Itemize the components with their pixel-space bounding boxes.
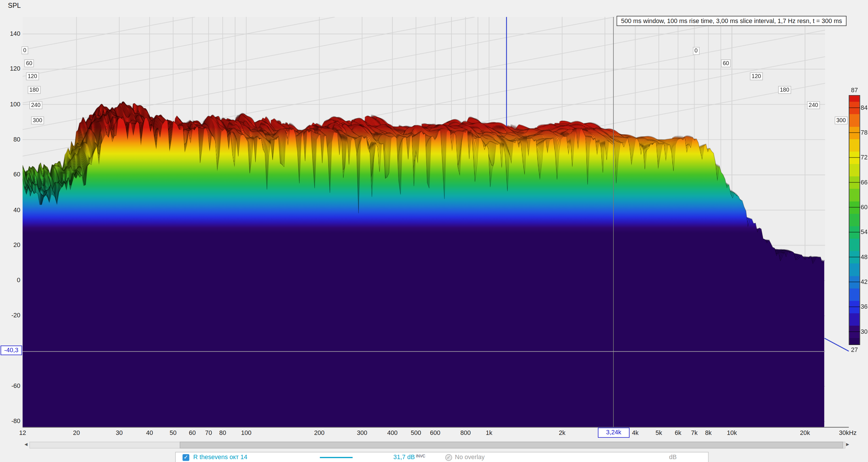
time-axis-label: 300 — [31, 116, 44, 124]
measurement-value: 31,7 dB — [368, 453, 415, 462]
x-axis-label: 600 — [430, 429, 440, 436]
no-overlay-label: No overlay — [455, 453, 485, 462]
colorbar-tick — [849, 307, 860, 307]
x-axis-label: 4k — [632, 429, 639, 436]
x-axis-label: 5k — [655, 429, 662, 436]
x-axis-label: 100 — [241, 429, 251, 436]
legend-bar: ✓ R thesevens окт 14 31,7 dB INVC ✓ No o… — [175, 452, 709, 462]
colorbar-tick — [849, 331, 860, 332]
y-axis-label: 60 — [0, 171, 21, 178]
scrollbar-thumb[interactable] — [180, 442, 843, 449]
crosshair-vertical-line — [613, 17, 614, 427]
x-axis-label: 400 — [388, 429, 398, 436]
no-overlay-checkbox[interactable]: ✓ — [445, 454, 452, 461]
colorbar-tick — [849, 157, 860, 158]
y-axis-label: 0 — [0, 277, 21, 284]
settings-banner: 500 ms window, 100 ms rise time, 3,00 ms… — [617, 16, 847, 26]
y-axis-label: 80 — [0, 136, 21, 143]
colorbar-tick-label: 36 — [861, 303, 868, 310]
y-axis-label: 40 — [0, 206, 21, 213]
measurement-label[interactable]: R thesevens окт 14 — [193, 453, 247, 462]
time-axis-label: 0 — [22, 47, 28, 54]
x-axis-label: 70 — [205, 429, 212, 436]
time-axis-label: 180 — [778, 86, 791, 94]
x-axis-label: 20 — [73, 429, 80, 436]
measurement-checkbox[interactable]: ✓ — [183, 454, 189, 461]
x-axis-label: 10k — [727, 429, 737, 436]
scrollbar-right-arrow[interactable]: ▶ — [844, 441, 851, 448]
x-axis-label: 6k — [675, 429, 681, 436]
x-axis-label: 7k — [691, 429, 698, 436]
time-axis-label: 60 — [721, 59, 731, 67]
x-axis-label: 30kHz — [839, 429, 857, 436]
x-axis-label: 12 — [19, 429, 26, 436]
colorbar-tick — [849, 108, 860, 108]
colorbar-min-label: 27 — [847, 346, 862, 353]
crosshair-horizontal-line — [23, 351, 825, 352]
waterfall-canvas[interactable] — [23, 17, 825, 427]
spl-axis-title: SPL — [8, 2, 21, 9]
trace-color-swatch — [320, 457, 353, 458]
colorbar-tick-label: 42 — [861, 278, 868, 285]
plot-area[interactable] — [23, 17, 825, 427]
colorbar-tick — [849, 182, 860, 183]
time-axis-label: 120 — [26, 73, 39, 80]
time-axis-label: 240 — [29, 101, 42, 109]
colorbar-tick-label: 72 — [861, 154, 868, 161]
freq-cursor-label: 3,24k — [598, 427, 629, 437]
x-axis-label: 500 — [411, 429, 421, 436]
y-axis-label: -20 — [0, 312, 21, 319]
level-cursor-label: -40,3 — [1, 346, 22, 355]
x-axis-label: 300 — [357, 429, 367, 436]
x-axis-label: 60 — [189, 429, 196, 436]
colorbar-tick-label: 48 — [861, 253, 868, 260]
x-axis-label: 40 — [146, 429, 153, 436]
colorbar-tick-label: 30 — [861, 328, 868, 335]
y-axis-label: 140 — [0, 30, 21, 37]
y-axis-label: 20 — [0, 241, 21, 248]
time-axis-label: 300 — [835, 116, 847, 124]
unit-label: dB — [669, 453, 677, 462]
time-axis-label: 60 — [24, 59, 34, 67]
time-axis-label: 180 — [28, 86, 41, 94]
colorbar-tick — [849, 232, 860, 233]
x-axis-label: 80 — [219, 429, 226, 436]
y-axis-label: -60 — [0, 382, 21, 389]
colorbar-tick-label: 66 — [861, 179, 868, 185]
time-axis-label: 240 — [807, 101, 820, 109]
x-axis-label: 2k — [559, 429, 566, 436]
rew-waterfall-window: SPL 500 ms window, 100 ms rise time, 3,0… — [0, 0, 868, 462]
x-axis-label: 800 — [460, 429, 471, 436]
y-axis-label: 100 — [0, 100, 21, 107]
colorbar-tick-label: 78 — [861, 129, 868, 136]
x-axis-label: 20k — [800, 429, 810, 436]
colorbar-tick — [849, 132, 860, 133]
scrollbar-left-arrow[interactable]: ◀ — [23, 441, 29, 448]
colorbar-tick-label: 60 — [861, 203, 868, 210]
colorbar-tick — [849, 207, 860, 207]
x-axis-line — [23, 427, 849, 427]
x-axis-label: 30 — [116, 429, 123, 436]
measurement-value-superscript: INVC — [416, 451, 425, 461]
x-axis-label: 50 — [169, 429, 177, 436]
x-axis-label: 8k — [705, 429, 712, 436]
colorbar-max-label: 87 — [847, 86, 862, 93]
x-axis-label: 1k — [486, 429, 492, 436]
time-axis-label: 0 — [693, 47, 700, 55]
colorbar-tick-label: 54 — [861, 229, 868, 235]
colorbar-tick-label: 84 — [861, 104, 868, 111]
scrollbar[interactable]: ◀ ▶ — [23, 441, 851, 448]
colorbar-tick — [849, 282, 860, 282]
y-axis-label: 120 — [0, 65, 21, 72]
x-axis-label: 200 — [314, 429, 324, 436]
colorbar-tick — [849, 257, 860, 257]
y-axis-label: -80 — [0, 417, 21, 425]
time-axis-label: 120 — [750, 73, 763, 80]
